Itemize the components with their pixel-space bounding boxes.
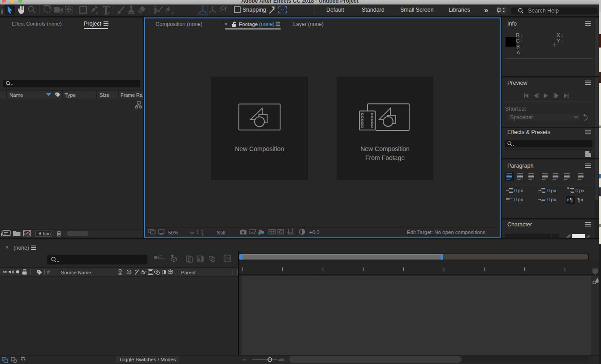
svg-text:Size: Size bbox=[99, 92, 109, 98]
svg-text:¶: ¶ bbox=[577, 196, 580, 203]
svg-text:Parent: Parent bbox=[181, 270, 195, 275]
svg-text:Edit Target: No open compositi: Edit Target: No open compositions bbox=[407, 230, 485, 235]
svg-text:R :: R : bbox=[516, 32, 523, 38]
svg-text:0: 0 bbox=[514, 188, 517, 193]
svg-text:Source Name: Source Name bbox=[61, 270, 91, 275]
svg-text:#: # bbox=[47, 269, 50, 275]
svg-text:»: » bbox=[484, 6, 488, 14]
svg-text:Name: Name bbox=[9, 92, 23, 98]
svg-text:Type: Type bbox=[65, 92, 76, 98]
svg-text:Effects & Presets: Effects & Presets bbox=[507, 129, 550, 135]
svg-text:Snapping: Snapping bbox=[242, 7, 266, 13]
svg-text:px: px bbox=[579, 188, 584, 193]
svg-text:X :: X : bbox=[557, 32, 563, 38]
svg-text:Shortcut: Shortcut bbox=[505, 106, 526, 112]
svg-text:Paragraph: Paragraph bbox=[507, 163, 533, 169]
svg-text:0: 0 bbox=[514, 197, 517, 202]
svg-text:B :: B : bbox=[516, 44, 523, 49]
svg-text:From Footage: From Footage bbox=[365, 154, 405, 161]
svg-text:px: px bbox=[551, 197, 556, 202]
svg-text:Search Help: Search Help bbox=[528, 8, 559, 14]
svg-text:fx: fx bbox=[141, 269, 146, 276]
svg-text:+0.0: +0.0 bbox=[309, 230, 320, 235]
svg-text:Toggle Switches / Modes: Toggle Switches / Modes bbox=[119, 357, 176, 362]
svg-text:50%: 50% bbox=[168, 230, 178, 235]
svg-text:Frame Ra..: Frame Ra.. bbox=[121, 92, 143, 98]
svg-text:New Composition: New Composition bbox=[235, 145, 284, 152]
svg-text:A :: A : bbox=[517, 50, 523, 55]
svg-text:¶: ¶ bbox=[570, 196, 573, 203]
svg-text:(none): (none) bbox=[13, 245, 29, 251]
svg-text:Still: Still bbox=[217, 230, 225, 235]
svg-text:Default: Default bbox=[326, 7, 344, 13]
svg-text:px: px bbox=[518, 188, 523, 193]
svg-text:0: 0 bbox=[547, 197, 550, 202]
svg-text:Layer (none): Layer (none) bbox=[293, 21, 324, 27]
svg-text:Project: Project bbox=[84, 21, 101, 27]
svg-text:Small Screen: Small Screen bbox=[400, 7, 433, 13]
svg-text:Spacebar: Spacebar bbox=[510, 114, 533, 121]
svg-text:×: × bbox=[5, 244, 9, 251]
svg-text:0: 0 bbox=[547, 188, 550, 193]
svg-text:0: 0 bbox=[575, 188, 578, 193]
svg-text:Libraries: Libraries bbox=[449, 7, 470, 13]
svg-text:×: × bbox=[225, 21, 228, 27]
svg-text:Footage: Footage bbox=[239, 22, 258, 27]
svg-text:Character: Character bbox=[507, 221, 532, 228]
svg-text:Info: Info bbox=[507, 21, 517, 27]
svg-text:Composition (none): Composition (none) bbox=[156, 21, 203, 27]
svg-text:Effect Controls (none): Effect Controls (none) bbox=[12, 21, 62, 26]
svg-text:px: px bbox=[518, 197, 523, 202]
svg-text:Preview: Preview bbox=[507, 80, 527, 86]
svg-text:G :: G : bbox=[516, 38, 523, 43]
svg-text:(none): (none) bbox=[259, 21, 275, 27]
svg-text:New Composition: New Composition bbox=[360, 145, 410, 152]
svg-text:8 bpc: 8 bpc bbox=[39, 231, 51, 236]
svg-text:px: px bbox=[551, 188, 556, 193]
svg-text:Standard: Standard bbox=[362, 7, 385, 13]
svg-text:Y :: Y : bbox=[557, 38, 563, 43]
